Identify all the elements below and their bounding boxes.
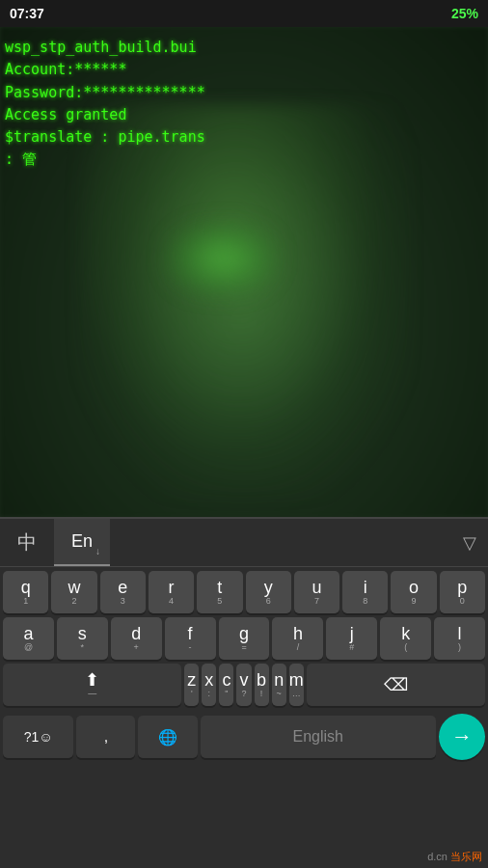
key-main-char: y [264, 579, 273, 596]
key-main-char: o [409, 579, 419, 596]
key-sub-char: ~ [277, 690, 282, 698]
key-sub-char: 3 [121, 597, 125, 606]
key-main-char: d [131, 625, 141, 642]
collapse-icon: ▽ [463, 533, 476, 553]
key-main-char: a [23, 625, 33, 642]
sym-label: ?1☺ [24, 729, 53, 745]
watermark: d.cn 当乐网 [427, 850, 482, 864]
key-main-char: f [188, 625, 193, 642]
terminal-area: wsp_stp_auth_build.buiAccount:******Pass… [0, 27, 488, 517]
key-sub-char: 5 [217, 597, 222, 606]
key-main-char: j [350, 625, 354, 642]
key-sub-char: 6 [266, 597, 271, 606]
key-row-2: a@s*d+f-g=h/j#k(l) [3, 617, 485, 660]
key-main-char: r [169, 579, 175, 596]
enter-key[interactable]: → [439, 714, 485, 760]
key-v[interactable]: v? [236, 664, 251, 706]
key-sub-char: ( [404, 643, 407, 652]
shift-key[interactable]: ⬆ — [3, 664, 181, 706]
key-main-char: c [222, 671, 230, 689]
key-sub-char: # [349, 643, 354, 652]
key-c[interactable]: c" [219, 664, 233, 706]
key-u[interactable]: u7 [294, 571, 339, 613]
key-main-char: i [364, 579, 367, 596]
watermark-brand: 当乐网 [450, 851, 482, 862]
key-s[interactable]: s* [57, 617, 108, 660]
key-sub-char: 1 [23, 597, 28, 606]
key-row-1: q1w2e3r4t5y6u7i8o9p0 [3, 571, 485, 613]
keys-area: q1w2e3r4t5y6u7i8o9p0 a@s*d+f-g=h/j#k(l) … [0, 567, 488, 706]
chinese-lang-button[interactable]: 中 [0, 519, 54, 566]
key-sub-char: … [292, 690, 301, 698]
key-main-char: q [21, 579, 31, 596]
key-sub-char: ? [242, 690, 247, 698]
keyboard-collapse-button[interactable]: ▽ [463, 532, 476, 554]
key-d[interactable]: d+ [111, 617, 162, 660]
key-sub-char: 2 [71, 597, 76, 606]
space-label: English [293, 728, 343, 746]
key-j[interactable]: j# [326, 617, 377, 660]
key-main-char: k [401, 625, 410, 642]
key-sub-char: 0 [460, 597, 465, 606]
key-e[interactable]: e3 [100, 571, 146, 613]
key-sub-char: " [225, 690, 228, 698]
space-key[interactable]: English [201, 716, 436, 758]
key-sub-char: 8 [363, 597, 367, 606]
key-i[interactable]: i8 [342, 571, 388, 613]
key-q[interactable]: q1 [3, 571, 48, 613]
terminal-text: wsp_stp_auth_build.buiAccount:******Pass… [5, 37, 205, 172]
key-sub-char: ! [260, 690, 263, 698]
terminal-glow [164, 220, 280, 297]
key-sub-char: / [297, 643, 300, 652]
key-z[interactable]: z' [184, 664, 199, 706]
globe-key[interactable]: 🌐 [138, 716, 197, 758]
key-main-char: w [68, 579, 80, 596]
key-sub-char: 7 [314, 597, 319, 606]
key-main-char: l [458, 625, 462, 642]
key-main-char: z [187, 671, 196, 689]
globe-icon: 🌐 [158, 728, 177, 746]
key-l[interactable]: l) [434, 617, 485, 660]
key-y[interactable]: y6 [246, 571, 291, 613]
key-row-3: ⬆ — z'x:c"v?b!n~m… ⌫ [3, 664, 485, 706]
key-sub-char: @ [24, 643, 33, 652]
backspace-key[interactable]: ⌫ [307, 664, 485, 706]
key-main-char: v [240, 671, 249, 689]
chinese-lang-label: 中 [17, 529, 37, 556]
comma-key[interactable]: , [76, 716, 135, 758]
key-main-char: x [204, 671, 213, 689]
key-h[interactable]: h/ [272, 617, 323, 660]
shift-sub: — [88, 690, 96, 698]
key-main-char: p [457, 579, 467, 596]
key-x[interactable]: x: [202, 664, 216, 706]
key-w[interactable]: w2 [51, 571, 96, 613]
key-a[interactable]: a@ [3, 617, 54, 660]
key-sub-char: = [241, 643, 246, 652]
key-o[interactable]: o9 [391, 571, 436, 613]
key-main-char: m [289, 671, 304, 689]
english-lang-dot: ↓ [95, 546, 100, 556]
shift-icon: ⬆ [85, 671, 99, 689]
key-b[interactable]: b! [255, 664, 269, 706]
key-sub-char: + [134, 643, 139, 652]
key-r[interactable]: r4 [149, 571, 194, 613]
key-p[interactable]: p0 [440, 571, 485, 613]
key-sub-char: ) [458, 643, 461, 652]
english-lang-label: En [71, 531, 93, 552]
key-main-char: s [78, 625, 87, 642]
watermark-prefix: d.cn [427, 851, 447, 862]
key-k[interactable]: k( [380, 617, 431, 660]
key-main-char: h [293, 625, 303, 642]
comma-label: , [104, 728, 108, 746]
english-lang-button[interactable]: En ↓ [54, 519, 110, 566]
key-m[interactable]: m… [289, 664, 304, 706]
sym-key[interactable]: ?1☺ [3, 716, 73, 758]
key-main-char: b [257, 671, 266, 689]
key-f[interactable]: f- [165, 617, 216, 660]
key-t[interactable]: t5 [197, 571, 242, 613]
key-main-char: g [239, 625, 249, 642]
key-g[interactable]: g= [219, 617, 270, 660]
key-sub-char: 4 [169, 597, 174, 606]
key-main-char: t [217, 579, 222, 596]
key-n[interactable]: n~ [272, 664, 286, 706]
